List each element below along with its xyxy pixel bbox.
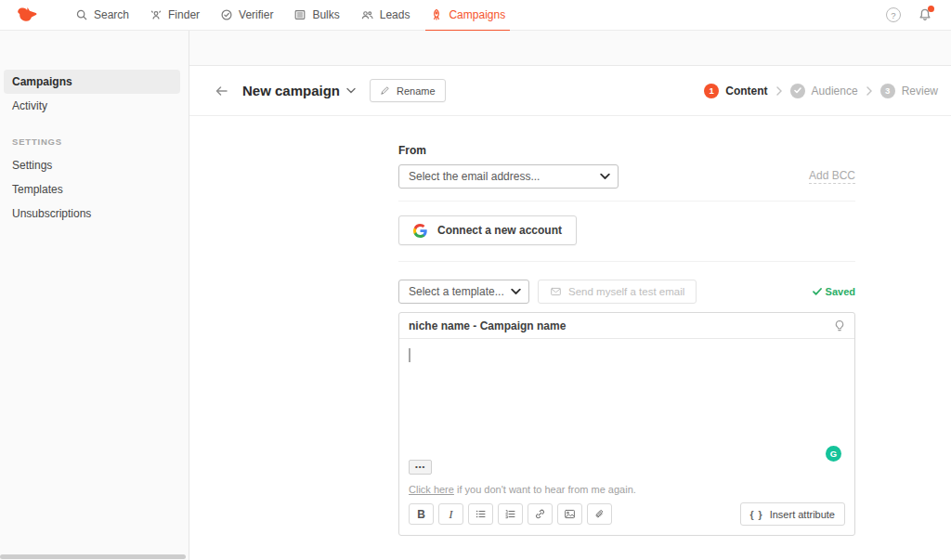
grammarly-icon[interactable]: G — [826, 446, 841, 462]
link-icon — [534, 508, 546, 520]
step-content[interactable]: 1 Content — [704, 84, 767, 98]
sidebar-item-label: Unsubscriptions — [12, 207, 91, 220]
connect-account-button[interactable]: Connect a new account — [398, 215, 577, 245]
primary-nav: Search Finder Verifier Bulks — [65, 0, 515, 31]
nav-item-label: Campaigns — [449, 8, 505, 21]
search-icon — [75, 8, 88, 21]
image-icon — [564, 508, 576, 520]
chevron-right-icon — [866, 86, 872, 96]
from-email-select-value: Select the email address... — [409, 170, 540, 183]
send-test-email-label: Send myself a test email — [568, 286, 684, 297]
chevron-right-icon — [776, 86, 782, 96]
sidebar-item-activity[interactable]: Activity — [0, 94, 189, 118]
italic-button[interactable]: I — [438, 503, 463, 525]
saved-status: Saved — [813, 286, 855, 297]
hunter-logo-icon — [15, 5, 39, 25]
nav-item-label: Bulks — [312, 8, 339, 21]
insert-attribute-button[interactable]: { } Insert attribute — [740, 502, 845, 526]
template-select[interactable]: Select a template... — [398, 280, 529, 304]
campaign-panel: New campaign Rename 1 Content — [189, 65, 951, 560]
back-arrow-icon[interactable] — [214, 84, 229, 98]
sidebar-item-settings[interactable]: Settings — [0, 153, 189, 177]
sidebar-item-unsubscriptions[interactable]: Unsubscriptions — [0, 202, 189, 226]
from-row: Select the email address... Add BCC — [398, 164, 855, 189]
image-button[interactable] — [557, 503, 582, 525]
editor-toolbar: B I — [399, 502, 854, 535]
list-table-icon — [293, 8, 306, 21]
main-area: New campaign Rename 1 Content — [189, 31, 951, 560]
rocket-icon — [430, 8, 443, 21]
campaign-header: New campaign Rename 1 Content — [189, 66, 951, 116]
sidebar-item-label: Activity — [12, 99, 47, 112]
insert-attribute-label: Insert attribute — [770, 509, 835, 520]
nav-item-leads[interactable]: Leads — [350, 0, 421, 31]
notification-dot — [928, 6, 934, 12]
step-2-label: Audience — [812, 85, 858, 98]
check-circle-icon — [220, 8, 233, 21]
step-3-circle: 3 — [880, 84, 895, 98]
unsubscribe-text: if you don't want to hear from me again. — [454, 484, 636, 495]
add-bcc-link[interactable]: Add BCC — [809, 169, 855, 184]
step-3-label: Review — [902, 85, 938, 98]
from-label: From — [398, 144, 855, 157]
sidebar-item-campaigns[interactable]: Campaigns — [4, 70, 180, 94]
from-email-select[interactable]: Select the email address... — [398, 164, 619, 189]
nav-item-finder[interactable]: Finder — [139, 0, 210, 31]
hunter-logo[interactable] — [15, 4, 43, 26]
sidebar-item-label: Campaigns — [12, 75, 72, 88]
email-editor: niche name - Campaign name G ••• Click h… — [398, 312, 855, 536]
subject-input[interactable]: niche name - Campaign name — [409, 319, 834, 332]
more-options-button[interactable]: ••• — [409, 460, 432, 475]
horizontal-scrollbar-thumb[interactable] — [0, 554, 186, 559]
step-audience[interactable]: Audience — [790, 84, 858, 98]
people-icon — [360, 8, 374, 21]
sidebar-item-templates[interactable]: Templates — [0, 177, 189, 202]
nav-item-label: Finder — [168, 8, 200, 21]
send-test-email-button[interactable]: Send myself a test email — [538, 280, 697, 304]
link-button[interactable] — [528, 503, 553, 525]
google-icon — [413, 224, 427, 238]
top-navbar: Search Finder Verifier Bulks — [0, 0, 951, 31]
envelope-icon — [550, 286, 562, 297]
bold-button[interactable]: B — [409, 503, 434, 525]
section-divider — [398, 201, 855, 202]
pencil-icon — [380, 85, 390, 96]
paperclip-icon — [593, 508, 606, 520]
bullet-list-icon — [475, 508, 487, 520]
nav-item-campaigns[interactable]: Campaigns — [420, 0, 515, 31]
nav-item-bulks[interactable]: Bulks — [283, 0, 349, 31]
rename-button[interactable]: Rename — [370, 79, 446, 102]
step-2-check-icon — [790, 84, 805, 98]
nav-item-label: Verifier — [239, 8, 273, 21]
check-icon — [813, 288, 822, 295]
template-row: Select a template... Send myself a test … — [398, 280, 855, 304]
body-bottom: ••• Click here if you don't want to hear… — [409, 456, 636, 495]
nav-item-verifier[interactable]: Verifier — [210, 0, 283, 31]
numbered-list-button[interactable] — [498, 503, 523, 525]
help-icon[interactable]: ? — [886, 7, 901, 22]
text-cursor — [409, 348, 410, 362]
subject-row: niche name - Campaign name — [399, 313, 854, 339]
step-1-label: Content — [725, 85, 767, 98]
bullet-list-button[interactable] — [468, 503, 493, 525]
campaign-title[interactable]: New campaign — [242, 83, 340, 98]
campaign-stepper: 1 Content Audience — [704, 84, 940, 98]
app-window: Search Finder Verifier Bulks — [0, 0, 951, 560]
navbar-right: ? — [886, 7, 932, 22]
step-review[interactable]: 3 Review — [880, 84, 938, 98]
lightbulb-icon[interactable] — [834, 319, 845, 332]
content-form: From Select the email address... Add BCC — [398, 144, 855, 536]
nav-item-label: Leads — [380, 8, 410, 21]
step-1-circle: 1 — [704, 84, 719, 98]
braces-icon: { } — [750, 509, 763, 520]
chevron-down-icon[interactable] — [346, 87, 356, 94]
nav-item-search[interactable]: Search — [65, 0, 139, 31]
unsubscribe-link[interactable]: Click here — [409, 484, 454, 495]
email-body-input[interactable]: G ••• Click here if you don't want to he… — [399, 339, 854, 502]
attachment-button[interactable] — [587, 503, 612, 525]
template-select-value: Select a template... — [409, 285, 504, 298]
notifications-bell-icon[interactable] — [918, 7, 932, 22]
sidebar-item-label: Templates — [12, 183, 63, 196]
saved-label: Saved — [826, 286, 855, 297]
connect-account-label: Connect a new account — [437, 224, 562, 237]
